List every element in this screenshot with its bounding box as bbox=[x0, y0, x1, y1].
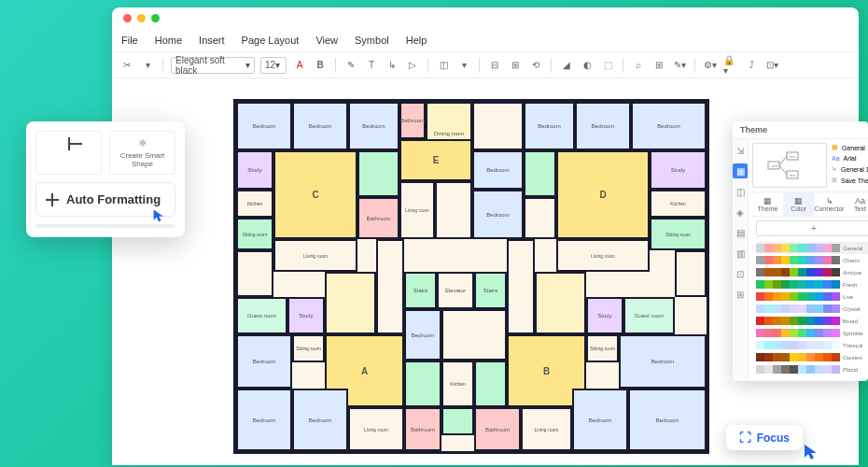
bold-icon[interactable]: B bbox=[313, 58, 328, 73]
room[interactable] bbox=[236, 250, 273, 297]
tab-theme[interactable]: ▦Theme bbox=[752, 192, 783, 216]
room[interactable]: Bedroom bbox=[292, 389, 348, 451]
palette-row[interactable]: Fresh bbox=[756, 278, 868, 290]
theme-opt[interactable]: ⊞Save The... bbox=[831, 176, 868, 185]
room[interactable] bbox=[524, 197, 556, 239]
theme-opt[interactable]: ↳General 1 bbox=[831, 164, 868, 174]
palette-row[interactable]: Live bbox=[756, 290, 868, 303]
distribute-icon[interactable]: ⊞ bbox=[508, 58, 523, 73]
align-icon[interactable]: ⊟ bbox=[487, 58, 502, 73]
room[interactable] bbox=[474, 361, 507, 407]
add-button[interactable]: + bbox=[756, 220, 868, 236]
layers-icon[interactable]: ◫ bbox=[733, 184, 748, 199]
room[interactable]: Study bbox=[586, 297, 623, 334]
room[interactable]: Stairs bbox=[404, 272, 437, 309]
fill-icon[interactable]: ◢ bbox=[559, 58, 574, 73]
room[interactable]: Bedroom bbox=[619, 334, 707, 389]
unit-c[interactable]: C bbox=[273, 150, 357, 239]
menu-file[interactable]: File bbox=[121, 35, 138, 46]
room[interactable]: Study bbox=[236, 150, 273, 190]
room[interactable]: Bathroom bbox=[404, 407, 441, 451]
room[interactable]: Bedroom bbox=[292, 102, 348, 150]
room[interactable]: Bedroom bbox=[404, 309, 441, 361]
pointer-icon[interactable]: ▷ bbox=[405, 58, 420, 73]
layers-icon[interactable]: ◫ bbox=[436, 58, 451, 73]
sparkle-button[interactable] bbox=[35, 131, 102, 175]
menu-insert[interactable]: Insert bbox=[199, 35, 225, 46]
unit-e[interactable]: E bbox=[399, 139, 472, 181]
menu-pagelayout[interactable]: Page Layout bbox=[242, 35, 300, 46]
menu-help[interactable]: Help bbox=[406, 35, 427, 46]
auto-formatting-button[interactable]: Auto Formatting bbox=[35, 182, 175, 217]
lock-icon[interactable]: 🔒▾ bbox=[723, 58, 738, 73]
room[interactable]: Kitchen bbox=[441, 361, 474, 407]
palette-row[interactable]: Charm bbox=[756, 254, 868, 266]
font-select[interactable]: Elegant soft black ▾ bbox=[171, 57, 255, 74]
room[interactable]: Study bbox=[650, 150, 707, 190]
tab-connector[interactable]: ↳Connector bbox=[814, 192, 845, 216]
color-a-icon[interactable]: A bbox=[292, 58, 307, 73]
crop-icon[interactable]: ⬚ bbox=[600, 58, 615, 73]
room[interactable] bbox=[524, 150, 556, 197]
more-icon[interactable]: ⊡▾ bbox=[764, 58, 779, 73]
text-icon[interactable]: T bbox=[364, 58, 379, 73]
room[interactable]: Kitchen bbox=[236, 190, 273, 218]
room[interactable] bbox=[535, 272, 586, 334]
connector-icon[interactable]: ↳ bbox=[385, 58, 399, 73]
tab-color[interactable]: ▦Color bbox=[783, 192, 814, 216]
create-smart-shape-button[interactable]: ⚛Create Smart Shape bbox=[109, 131, 175, 175]
room[interactable]: Sitting room bbox=[586, 334, 619, 362]
room[interactable]: Bathroom bbox=[399, 102, 426, 139]
palette-row[interactable]: Antique bbox=[756, 266, 868, 278]
fontsize-select[interactable]: 12 ▾ bbox=[260, 57, 287, 74]
room[interactable] bbox=[507, 239, 535, 334]
chevron-down-icon[interactable]: ▾ bbox=[456, 58, 471, 73]
room[interactable]: Bedroom bbox=[472, 190, 524, 239]
minimize-icon[interactable] bbox=[137, 14, 146, 22]
more-icon[interactable]: ⊞ bbox=[733, 287, 748, 302]
theme-opt[interactable]: AaArial bbox=[831, 154, 868, 163]
chevron-down-icon[interactable]: ▾ bbox=[140, 58, 155, 73]
export-icon[interactable]: ⤴ bbox=[744, 58, 759, 73]
grid-icon[interactable]: ▦ bbox=[733, 163, 748, 178]
room[interactable]: Living room bbox=[273, 239, 357, 272]
room[interactable]: Bedroom bbox=[631, 102, 707, 150]
room[interactable]: Sitting room bbox=[650, 218, 707, 250]
room[interactable]: Bathroom bbox=[357, 197, 399, 239]
room[interactable]: Bedroom bbox=[236, 389, 292, 451]
room[interactable] bbox=[376, 239, 404, 334]
room[interactable]: Guest room bbox=[623, 297, 675, 334]
cut-icon[interactable]: ✂ bbox=[119, 58, 134, 73]
room[interactable]: Bedroom bbox=[628, 389, 707, 451]
menu-symbol[interactable]: Symbol bbox=[355, 35, 389, 46]
room[interactable]: Bedroom bbox=[572, 389, 628, 451]
floorplan[interactable]: Bedroom Bedroom Bedroom Bathroom Dining … bbox=[233, 99, 709, 454]
search-icon[interactable]: ⌕ bbox=[631, 58, 646, 73]
room[interactable]: Guest room bbox=[236, 297, 287, 334]
room[interactable]: Stairs bbox=[474, 272, 507, 309]
bar-icon[interactable]: ▤ bbox=[733, 225, 748, 240]
room[interactable]: Living room bbox=[556, 239, 650, 272]
room[interactable]: Sitting room bbox=[292, 334, 325, 362]
room[interactable]: Kitchen bbox=[650, 190, 707, 218]
room[interactable]: Living room bbox=[348, 407, 404, 451]
room[interactable] bbox=[404, 361, 441, 407]
palette-row[interactable]: Crystal bbox=[756, 303, 868, 315]
theme-preview[interactable]: texttexttext bbox=[752, 143, 827, 188]
palette-row[interactable]: Sprinkle bbox=[756, 327, 868, 339]
grid-icon[interactable]: ⊞ bbox=[651, 58, 666, 73]
unit-d[interactable]: D bbox=[556, 150, 650, 239]
edit-icon[interactable]: ✎▾ bbox=[672, 58, 687, 73]
tab-text[interactable]: AaText bbox=[845, 192, 868, 216]
center-icon[interactable]: ⊡ bbox=[733, 266, 748, 281]
doc-icon[interactable]: ▥ bbox=[733, 246, 748, 261]
palette-row[interactable]: Broad bbox=[756, 315, 868, 327]
room[interactable]: Bedroom bbox=[472, 150, 524, 190]
menu-view[interactable]: View bbox=[315, 35, 338, 46]
palette-row[interactable]: Tranquil bbox=[756, 339, 868, 351]
close-icon[interactable] bbox=[123, 14, 132, 22]
menu-home[interactable]: Home bbox=[155, 35, 182, 46]
focus-button[interactable]: ⛶ Focus bbox=[726, 425, 803, 450]
maximize-icon[interactable] bbox=[151, 14, 160, 22]
pen-icon[interactable]: ✎ bbox=[343, 58, 358, 73]
